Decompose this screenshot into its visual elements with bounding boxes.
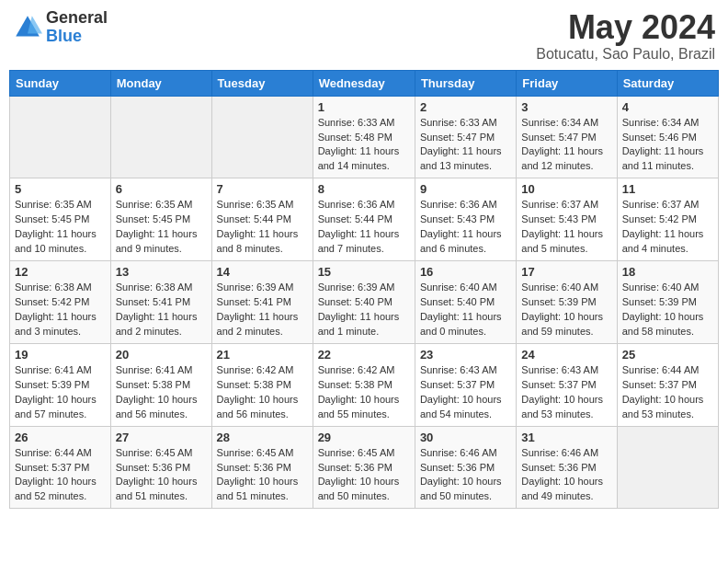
day-info: Sunrise: 6:43 AMSunset: 5:37 PMDaylight:… xyxy=(521,364,603,419)
day-cell: 20Sunrise: 6:41 AMSunset: 5:38 PMDayligh… xyxy=(110,343,211,426)
day-cell: 2Sunrise: 6:33 AMSunset: 5:47 PMDaylight… xyxy=(415,96,516,178)
page-header: General Blue May 2024 Botucatu, Sao Paul… xyxy=(9,9,719,63)
header-cell-friday: Friday xyxy=(517,70,617,96)
day-cell: 10Sunrise: 6:37 AMSunset: 5:43 PMDayligh… xyxy=(517,178,617,261)
day-number: 26 xyxy=(15,431,106,444)
day-cell: 3Sunrise: 6:34 AMSunset: 5:47 PMDaylight… xyxy=(517,96,617,178)
day-info: Sunrise: 6:35 AMSunset: 5:45 PMDaylight:… xyxy=(116,199,198,254)
logo-general-text: General xyxy=(46,9,108,28)
day-info: Sunrise: 6:43 AMSunset: 5:37 PMDaylight:… xyxy=(420,364,502,419)
day-number: 1 xyxy=(318,100,410,114)
day-cell: 29Sunrise: 6:45 AMSunset: 5:36 PMDayligh… xyxy=(313,426,415,509)
day-cell: 22Sunrise: 6:42 AMSunset: 5:38 PMDayligh… xyxy=(313,343,415,426)
day-cell: 28Sunrise: 6:45 AMSunset: 5:36 PMDayligh… xyxy=(211,426,313,509)
header-cell-saturday: Saturday xyxy=(617,70,718,96)
day-number: 14 xyxy=(217,265,308,279)
day-cell: 16Sunrise: 6:40 AMSunset: 5:40 PMDayligh… xyxy=(415,261,516,344)
day-info: Sunrise: 6:45 AMSunset: 5:36 PMDaylight:… xyxy=(318,447,400,502)
calendar-title: May 2024 xyxy=(536,9,715,46)
day-info: Sunrise: 6:37 AMSunset: 5:42 PMDaylight:… xyxy=(622,199,704,254)
day-number: 3 xyxy=(521,100,611,114)
day-cell: 15Sunrise: 6:39 AMSunset: 5:40 PMDayligh… xyxy=(313,261,415,344)
day-number: 13 xyxy=(116,265,207,279)
day-info: Sunrise: 6:40 AMSunset: 5:39 PMDaylight:… xyxy=(521,282,603,337)
day-number: 7 xyxy=(217,182,308,196)
day-cell: 5Sunrise: 6:35 AMSunset: 5:45 PMDaylight… xyxy=(10,178,111,261)
logo: General Blue xyxy=(13,9,108,46)
day-info: Sunrise: 6:44 AMSunset: 5:37 PMDaylight:… xyxy=(15,447,97,502)
day-info: Sunrise: 6:36 AMSunset: 5:44 PMDaylight:… xyxy=(318,199,400,254)
logo-blue-text: Blue xyxy=(46,28,108,46)
day-number: 15 xyxy=(318,265,410,279)
header-cell-thursday: Thursday xyxy=(415,70,516,96)
day-number: 27 xyxy=(116,431,207,444)
header-cell-sunday: Sunday xyxy=(10,70,111,96)
svg-marker-1 xyxy=(28,16,42,33)
day-info: Sunrise: 6:44 AMSunset: 5:37 PMDaylight:… xyxy=(622,364,704,419)
day-cell: 27Sunrise: 6:45 AMSunset: 5:36 PMDayligh… xyxy=(110,426,211,509)
day-cell: 13Sunrise: 6:38 AMSunset: 5:41 PMDayligh… xyxy=(110,261,211,344)
day-cell: 9Sunrise: 6:36 AMSunset: 5:43 PMDaylight… xyxy=(415,178,516,261)
day-info: Sunrise: 6:35 AMSunset: 5:45 PMDaylight:… xyxy=(15,199,97,254)
day-cell: 23Sunrise: 6:43 AMSunset: 5:37 PMDayligh… xyxy=(415,343,516,426)
day-number: 16 xyxy=(420,265,511,279)
day-number: 11 xyxy=(622,182,713,196)
logo-icon xyxy=(13,13,42,42)
day-number: 19 xyxy=(15,348,106,362)
day-info: Sunrise: 6:42 AMSunset: 5:38 PMDaylight:… xyxy=(217,364,299,419)
week-row-0: 1Sunrise: 6:33 AMSunset: 5:48 PMDaylight… xyxy=(10,96,719,178)
day-cell: 4Sunrise: 6:34 AMSunset: 5:46 PMDaylight… xyxy=(617,96,718,178)
day-cell: 19Sunrise: 6:41 AMSunset: 5:39 PMDayligh… xyxy=(10,343,111,426)
day-number: 23 xyxy=(420,348,511,362)
day-cell: 30Sunrise: 6:46 AMSunset: 5:36 PMDayligh… xyxy=(415,426,516,509)
day-number: 30 xyxy=(420,431,511,444)
header-cell-tuesday: Tuesday xyxy=(211,70,313,96)
day-info: Sunrise: 6:34 AMSunset: 5:47 PMDaylight:… xyxy=(521,117,603,172)
day-info: Sunrise: 6:38 AMSunset: 5:41 PMDaylight:… xyxy=(116,282,198,337)
day-info: Sunrise: 6:41 AMSunset: 5:38 PMDaylight:… xyxy=(116,364,198,419)
day-info: Sunrise: 6:33 AMSunset: 5:47 PMDaylight:… xyxy=(420,117,502,172)
day-cell: 8Sunrise: 6:36 AMSunset: 5:44 PMDaylight… xyxy=(313,178,415,261)
week-row-3: 19Sunrise: 6:41 AMSunset: 5:39 PMDayligh… xyxy=(10,343,719,426)
day-cell xyxy=(617,426,718,509)
day-number: 22 xyxy=(318,348,410,362)
day-number: 18 xyxy=(622,265,713,279)
day-cell: 24Sunrise: 6:43 AMSunset: 5:37 PMDayligh… xyxy=(517,343,617,426)
day-info: Sunrise: 6:40 AMSunset: 5:39 PMDaylight:… xyxy=(622,282,704,337)
day-number: 10 xyxy=(521,182,611,196)
day-info: Sunrise: 6:40 AMSunset: 5:40 PMDaylight:… xyxy=(420,282,502,337)
day-info: Sunrise: 6:42 AMSunset: 5:38 PMDaylight:… xyxy=(318,364,400,419)
day-cell: 17Sunrise: 6:40 AMSunset: 5:39 PMDayligh… xyxy=(517,261,617,344)
day-info: Sunrise: 6:46 AMSunset: 5:36 PMDaylight:… xyxy=(521,447,603,502)
day-cell: 18Sunrise: 6:40 AMSunset: 5:39 PMDayligh… xyxy=(617,261,718,344)
day-number: 6 xyxy=(116,182,207,196)
day-cell: 31Sunrise: 6:46 AMSunset: 5:36 PMDayligh… xyxy=(517,426,617,509)
day-info: Sunrise: 6:35 AMSunset: 5:44 PMDaylight:… xyxy=(217,199,299,254)
day-cell: 7Sunrise: 6:35 AMSunset: 5:44 PMDaylight… xyxy=(211,178,313,261)
day-info: Sunrise: 6:33 AMSunset: 5:48 PMDaylight:… xyxy=(318,117,400,172)
day-number: 29 xyxy=(318,431,410,444)
day-number: 20 xyxy=(116,348,207,362)
header-cell-wednesday: Wednesday xyxy=(313,70,415,96)
day-info: Sunrise: 6:37 AMSunset: 5:43 PMDaylight:… xyxy=(521,199,603,254)
day-cell: 14Sunrise: 6:39 AMSunset: 5:41 PMDayligh… xyxy=(211,261,313,344)
day-info: Sunrise: 6:41 AMSunset: 5:39 PMDaylight:… xyxy=(15,364,97,419)
day-number: 17 xyxy=(521,265,611,279)
day-info: Sunrise: 6:38 AMSunset: 5:42 PMDaylight:… xyxy=(15,282,97,337)
day-number: 5 xyxy=(15,182,106,196)
day-info: Sunrise: 6:36 AMSunset: 5:43 PMDaylight:… xyxy=(420,199,502,254)
calendar-table: SundayMondayTuesdayWednesdayThursdayFrid… xyxy=(9,70,719,510)
day-number: 24 xyxy=(521,348,611,362)
day-info: Sunrise: 6:39 AMSunset: 5:41 PMDaylight:… xyxy=(217,282,299,337)
day-cell: 12Sunrise: 6:38 AMSunset: 5:42 PMDayligh… xyxy=(10,261,111,344)
day-cell xyxy=(10,96,111,178)
day-cell: 26Sunrise: 6:44 AMSunset: 5:37 PMDayligh… xyxy=(10,426,111,509)
week-row-2: 12Sunrise: 6:38 AMSunset: 5:42 PMDayligh… xyxy=(10,261,719,344)
title-block: May 2024 Botucatu, Sao Paulo, Brazil xyxy=(536,9,715,63)
day-cell: 25Sunrise: 6:44 AMSunset: 5:37 PMDayligh… xyxy=(617,343,718,426)
day-cell: 1Sunrise: 6:33 AMSunset: 5:48 PMDaylight… xyxy=(313,96,415,178)
day-cell: 21Sunrise: 6:42 AMSunset: 5:38 PMDayligh… xyxy=(211,343,313,426)
day-info: Sunrise: 6:39 AMSunset: 5:40 PMDaylight:… xyxy=(318,282,400,337)
header-row: SundayMondayTuesdayWednesdayThursdayFrid… xyxy=(10,70,719,96)
day-cell xyxy=(211,96,313,178)
